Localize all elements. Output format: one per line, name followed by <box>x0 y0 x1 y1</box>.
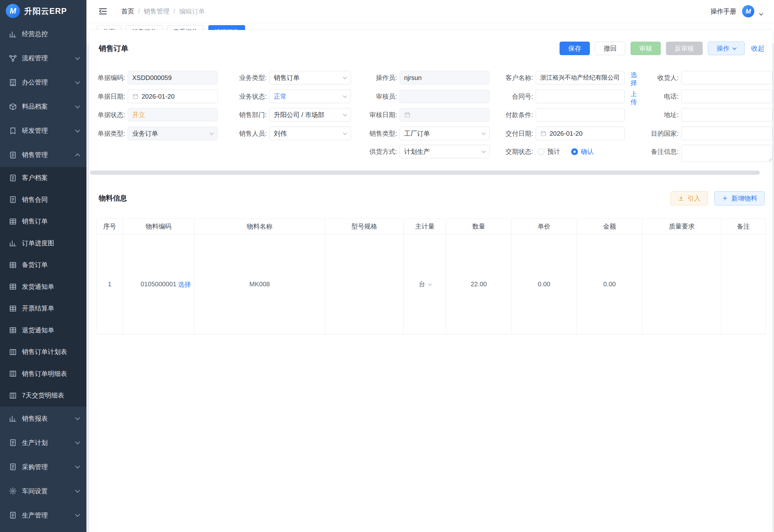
sidebar-item-delivery-notice[interactable]: 发货通知单 <box>0 276 86 298</box>
collapse-panel-link[interactable]: 收起 <box>751 44 765 53</box>
sidebar-item-7day-delivery[interactable]: 7天交货明细表 <box>0 385 86 407</box>
collapse-sidebar-icon[interactable] <box>98 6 108 16</box>
radio-forecast[interactable]: 预计 <box>538 147 560 156</box>
operator-input[interactable]: njrsun <box>400 71 490 84</box>
breadcrumb: 首页 / 销售管理 / 编辑订单 <box>121 7 205 16</box>
consignee-input[interactable] <box>681 71 772 84</box>
page-title: 销售订单 <box>99 44 128 54</box>
field-label: 交付日期: <box>498 127 533 140</box>
sidebar-item-dashboard[interactable]: 经营总控 <box>0 22 86 46</box>
field-label: 合同号: <box>498 90 533 103</box>
supply-mode-select[interactable]: 计划生产 <box>400 145 490 158</box>
chevron-down-icon <box>210 131 214 135</box>
resize-grip-icon[interactable] <box>768 157 771 161</box>
columns-icon <box>9 369 17 378</box>
sidebar-item-order-progress[interactable]: 订单进度图 <box>0 232 86 254</box>
brand-logo-icon: M <box>6 4 20 18</box>
horizontal-scrollbar[interactable] <box>90 171 760 175</box>
bar-chart-icon <box>9 239 17 247</box>
sidebar-item-sales-order-detail[interactable]: 销售订单明细表 <box>0 363 86 385</box>
bookmark-icon <box>9 127 17 135</box>
chevron-down-icon <box>428 282 432 286</box>
address-input[interactable] <box>681 108 772 122</box>
sidebar-item-office[interactable]: 办公管理 <box>0 70 86 94</box>
sales-dept-select[interactable]: 升阳公司 / 市场部 <box>269 108 351 122</box>
sidebar-item-production[interactable]: 生产管理 <box>0 503 86 527</box>
field-supply-mode: 供货方式:计划生产 <box>362 145 490 158</box>
sidebar-item-invoice-settle[interactable]: 开票结算单 <box>0 298 86 320</box>
payment-terms-input[interactable] <box>536 108 625 122</box>
field-dest-country: 目的国家: <box>643 127 772 140</box>
save-button[interactable]: 保存 <box>560 42 590 55</box>
field-label: 供货方式: <box>362 145 397 158</box>
cell-spec[interactable] <box>325 234 404 334</box>
cell-quality[interactable] <box>642 234 721 334</box>
doc-icon <box>9 511 17 519</box>
sidebar-item-materials[interactable]: 料品档案 <box>0 94 86 119</box>
customer-upload-link[interactable]: 上传 <box>630 90 638 106</box>
doc-date-picker[interactable]: 2026-01-20 <box>128 90 218 103</box>
doc-code-input[interactable]: XSDD000059 <box>128 71 218 84</box>
audit-button[interactable]: 审核 <box>630 42 661 55</box>
manual-link[interactable]: 操作手册 <box>710 7 736 16</box>
dest-country-input[interactable] <box>681 127 772 140</box>
add-material-button[interactable]: 新增物料 <box>714 191 765 205</box>
recall-button[interactable]: 撤回 <box>595 42 625 55</box>
field-label: 客户名称: <box>498 71 533 84</box>
doc-status-input[interactable]: 开立 <box>128 108 218 122</box>
unaudit-button[interactable]: 反审核 <box>666 42 703 55</box>
remark-textarea[interactable] <box>681 145 772 162</box>
sales-type-select[interactable]: 工厂订单 <box>400 127 490 140</box>
chevron-down-icon <box>481 149 486 153</box>
doc-icon <box>9 174 17 182</box>
user-avatar[interactable]: M <box>742 5 754 17</box>
biz-type-select[interactable]: 销售订单 <box>269 71 351 84</box>
biz-status-select[interactable]: 正常 <box>269 90 351 103</box>
sidebar-item-sales-order[interactable]: 销售订单 <box>0 211 86 232</box>
grid-icon <box>9 217 17 226</box>
sidebar-item-return-notice[interactable]: 退货通知单 <box>0 320 86 341</box>
sidebar-item-customer-files[interactable]: 客户档案 <box>0 167 86 189</box>
sidebar-item-sales-contract[interactable]: 销售合同 <box>0 189 86 211</box>
radio-confirm[interactable]: 确认 <box>571 147 594 156</box>
user-menu-chevron-icon[interactable] <box>759 11 763 15</box>
doc-type-select[interactable]: 业务订单 <box>128 127 218 140</box>
customer-input[interactable]: 浙江裕兴不动产经纪有限公司 <box>536 71 625 84</box>
field-label: 电话: <box>643 90 679 103</box>
field-label: 单据类型: <box>90 127 125 140</box>
chevron-down-icon <box>75 415 80 420</box>
material-select-link[interactable]: 选择 <box>178 280 191 289</box>
cell-amount: 0.00 <box>577 234 642 334</box>
salesperson-select[interactable]: 刘伟 <box>269 127 351 140</box>
customer-select-link[interactable]: 选择 <box>630 71 638 87</box>
sidebar-item-workshop-settings[interactable]: 车间设置 <box>0 479 86 503</box>
cell-remark[interactable] <box>721 234 766 334</box>
audit-date-picker[interactable] <box>400 108 490 122</box>
col-remark: 备注 <box>721 219 766 234</box>
cell-qty[interactable]: 22.00 <box>446 234 511 334</box>
sidebar-item-production-plan[interactable]: 生产计划 <box>0 431 86 455</box>
sidebar-item-rnd[interactable]: 研发管理 <box>0 119 86 143</box>
sidebar-item-purchase[interactable]: 采购管理 <box>0 455 86 479</box>
import-button[interactable]: 引入 <box>670 191 708 205</box>
phone-input[interactable] <box>681 90 772 103</box>
breadcrumb-sales[interactable]: 销售管理 <box>144 7 170 16</box>
sidebar-item-stock-order[interactable]: 备货订单 <box>0 254 86 276</box>
table-row: 1 0105000001选择 MK008 台 22.00 0.00 0.00 <box>97 234 766 334</box>
delivery-date-picker[interactable]: 2026-01-20 <box>536 127 625 140</box>
sidebar-item-process[interactable]: 流程管理 <box>0 46 86 70</box>
col-unit: 主计量 <box>404 219 446 234</box>
cell-unit[interactable]: 台 <box>404 234 446 334</box>
sidebar-item-sales-order-plan[interactable]: 销售订单计划表 <box>0 341 86 363</box>
cell-price[interactable]: 0.00 <box>511 234 577 334</box>
field-sales-dept: 销售部门:升阳公司 / 市场部 <box>231 108 351 122</box>
auditor-input[interactable] <box>400 90 490 103</box>
more-actions-button[interactable]: 操作 <box>708 42 745 55</box>
chevron-down-icon <box>75 439 80 445</box>
sidebar-item-sales[interactable]: 销售管理 <box>0 143 86 167</box>
field-payment-terms: 付款条件: <box>498 108 625 122</box>
sidebar-item-outsourcing[interactable]: 委外管理 <box>0 527 86 532</box>
contract-no-input[interactable] <box>536 90 625 103</box>
breadcrumb-home[interactable]: 首页 <box>121 7 134 16</box>
sidebar-item-sales-report[interactable]: 销售报表 <box>0 407 86 431</box>
